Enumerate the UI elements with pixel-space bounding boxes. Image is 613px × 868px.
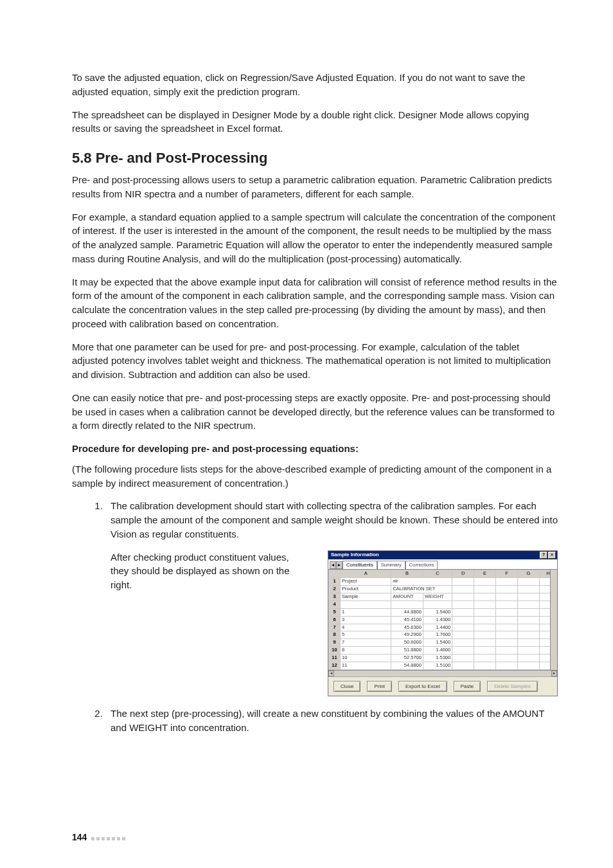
cell[interactable]: 45.4100 [391, 616, 423, 624]
cell[interactable] [452, 647, 474, 655]
cell[interactable] [517, 624, 539, 631]
cell[interactable]: 51.8800 [391, 647, 423, 655]
cell[interactable] [495, 608, 517, 616]
cell[interactable]: 1.4400 [423, 624, 452, 631]
cell[interactable]: 3 [341, 616, 391, 624]
row-header[interactable]: 12 [329, 662, 341, 669]
cell[interactable]: 49.2900 [391, 631, 423, 639]
row-header[interactable]: 10 [329, 647, 341, 655]
cell[interactable] [474, 593, 496, 601]
cell[interactable] [423, 601, 452, 608]
row-header[interactable]: 5 [329, 608, 341, 616]
cell[interactable] [474, 647, 496, 655]
tab-scroll-left-icon[interactable]: ◄ [330, 561, 336, 569]
cell[interactable] [495, 624, 517, 631]
scroll-left-icon[interactable]: ◄ [328, 671, 334, 676]
cell[interactable]: 1.5400 [423, 608, 452, 616]
cell[interactable] [517, 608, 539, 616]
cell[interactable]: 1.4600 [423, 647, 452, 655]
cell[interactable]: 50.6000 [391, 639, 423, 647]
cell[interactable]: CALIBRATION SET [391, 586, 452, 593]
cell[interactable]: Project [341, 578, 391, 586]
cell[interactable] [452, 586, 474, 593]
cell[interactable] [474, 639, 496, 647]
close-button[interactable]: Close [333, 681, 360, 692]
col-header[interactable]: B [391, 570, 423, 578]
export-excel-button[interactable]: Export to Excel [398, 681, 447, 692]
col-header[interactable]: G [517, 570, 539, 578]
cell[interactable]: 10 [341, 655, 391, 662]
cell[interactable]: 1.4300 [423, 616, 452, 624]
cell[interactable] [517, 616, 539, 624]
tab-constituents[interactable]: Constituents [342, 561, 377, 570]
cell[interactable] [452, 624, 474, 631]
cell[interactable]: 4 [341, 624, 391, 631]
tab-scroll-right-icon[interactable]: ► [336, 561, 342, 569]
cell[interactable] [452, 662, 474, 669]
cell[interactable] [517, 631, 539, 639]
cell[interactable] [452, 593, 474, 601]
cell[interactable]: 1 [341, 608, 391, 616]
cell[interactable] [517, 586, 539, 593]
col-header[interactable]: D [452, 570, 474, 578]
cell[interactable]: nir [391, 578, 452, 586]
row-header[interactable]: 4 [329, 601, 341, 608]
cell[interactable] [452, 639, 474, 647]
cell[interactable] [495, 593, 517, 601]
tab-corrections[interactable]: Corrections [405, 561, 438, 570]
cell[interactable] [452, 578, 474, 586]
cell[interactable]: WEIGHT [423, 593, 452, 601]
cell[interactable]: 1.5400 [423, 639, 452, 647]
cell[interactable] [495, 586, 517, 593]
row-header[interactable]: 8 [329, 631, 341, 639]
row-header[interactable]: 7 [329, 624, 341, 631]
cell[interactable] [517, 601, 539, 608]
vertical-scrollbar[interactable] [550, 570, 557, 669]
cell[interactable] [474, 616, 496, 624]
cell[interactable] [517, 655, 539, 662]
cell[interactable]: 45.6300 [391, 624, 423, 631]
spreadsheet-table[interactable]: A B C D E F G H 1Projectnir2 [328, 570, 557, 669]
cell[interactable] [517, 647, 539, 655]
cell[interactable] [452, 601, 474, 608]
cell[interactable]: 7 [341, 639, 391, 647]
cell[interactable] [495, 578, 517, 586]
cell[interactable] [452, 631, 474, 639]
cell[interactable] [517, 578, 539, 586]
cell[interactable] [517, 593, 539, 601]
cell[interactable]: 54.8800 [391, 662, 423, 669]
cell[interactable]: Sample [341, 593, 391, 601]
cell[interactable]: 52.5700 [391, 655, 423, 662]
row-header[interactable]: 11 [329, 655, 341, 662]
horizontal-scrollbar[interactable]: ◄ ► [328, 670, 557, 676]
cell[interactable] [452, 616, 474, 624]
cell[interactable] [495, 601, 517, 608]
cell[interactable] [452, 608, 474, 616]
cell[interactable] [341, 601, 391, 608]
cell[interactable]: 1.5100 [423, 662, 452, 669]
cell[interactable] [452, 655, 474, 662]
cell[interactable]: Product [341, 586, 391, 593]
cell[interactable]: 1.5300 [423, 655, 452, 662]
cell[interactable]: 1.7600 [423, 631, 452, 639]
cell[interactable] [474, 601, 496, 608]
cell[interactable] [495, 639, 517, 647]
close-icon[interactable]: × [548, 552, 556, 559]
cell[interactable] [474, 586, 496, 593]
col-header[interactable]: F [495, 570, 517, 578]
paste-button[interactable]: Paste [454, 681, 481, 692]
cell[interactable] [517, 639, 539, 647]
cell[interactable] [474, 655, 496, 662]
cell[interactable] [474, 578, 496, 586]
cell[interactable] [495, 647, 517, 655]
scroll-right-icon[interactable]: ► [551, 671, 557, 676]
row-header[interactable]: 1 [329, 578, 341, 586]
row-header[interactable]: 3 [329, 593, 341, 601]
cell[interactable] [391, 601, 423, 608]
row-header[interactable]: 2 [329, 586, 341, 593]
cell[interactable] [495, 616, 517, 624]
col-header[interactable]: C [423, 570, 452, 578]
cell[interactable]: 11 [341, 662, 391, 669]
cell[interactable] [474, 631, 496, 639]
cell[interactable] [474, 662, 496, 669]
